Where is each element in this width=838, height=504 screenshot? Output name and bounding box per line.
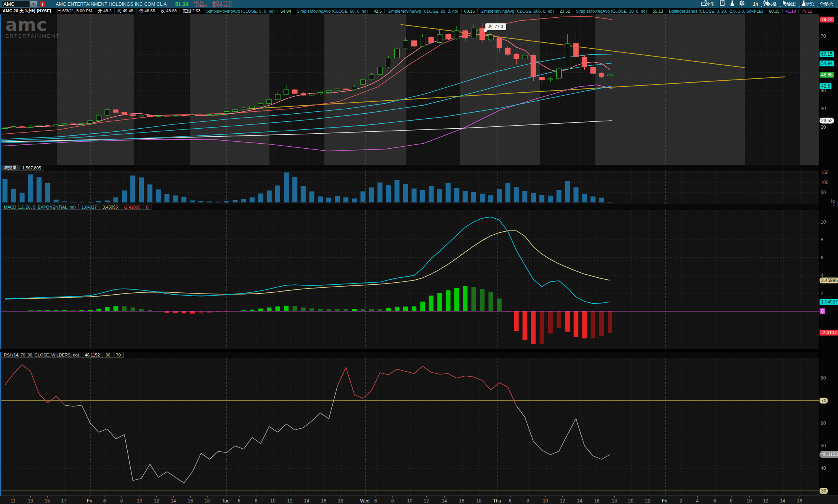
volume-bar	[539, 195, 544, 202]
volume-bar	[173, 196, 178, 202]
symbol-input[interactable]	[2, 1, 30, 7]
chart-header-row: AMC 20 天 1小时 [NYSE]日:6/3/21, 5:00 PM开:48…	[0, 8, 838, 14]
rsihead-label[interactable]: RSI (14, 70, 30, CLOSE, WILDERS, no)	[1, 352, 82, 358]
volume-bar	[343, 197, 348, 202]
macdhead-label[interactable]: MACD (12, 26, 9, EXPONENTIAL, no)	[1, 204, 79, 210]
time-label-13: 13	[28, 498, 33, 504]
volume-bar	[531, 193, 536, 202]
volume-bar	[79, 202, 84, 202]
time-label-14: 14	[171, 498, 176, 504]
price-axis-gutter[interactable]: 7040302079.1260.1554.9448.6842.523.52150…	[819, 14, 838, 496]
volume-bar	[608, 202, 613, 202]
dropdown-corner-icon	[779, 6, 781, 7]
volume-bar	[88, 202, 93, 202]
tool-风格[interactable]: 风格	[763, 0, 781, 8]
macd-histogram-bar	[591, 311, 595, 338]
volume-bar	[590, 196, 595, 202]
ohlc-field-3: 低:46.85	[136, 8, 158, 14]
study-label-2: SimpleMovingAvg (CLOSE, 20, 0, no)	[385, 9, 461, 13]
study-value-3-0: 23.52	[557, 9, 574, 13]
macd-histogram-bar	[199, 311, 203, 313]
time-tick	[510, 496, 510, 497]
tool-flask-icon[interactable]	[729, 0, 738, 8]
time-tick	[697, 496, 698, 497]
price-tick-30: 30	[821, 106, 826, 111]
volume-panel[interactable]	[0, 171, 819, 204]
time-tick	[462, 496, 462, 497]
macd-histogram-bar	[122, 306, 126, 311]
macd-histogram-bar	[293, 306, 297, 311]
symbol-dropdown-button[interactable]: ▼	[30, 1, 37, 7]
study-label-0: SimpleMovingAvg (CLOSE, 5, 0, no)	[203, 9, 278, 13]
time-axis[interactable]: 11131517Fri681012141618Tue681012141618We…	[0, 496, 838, 504]
rsi-panel[interactable]	[0, 358, 819, 496]
time-label-11: 11	[11, 498, 15, 504]
volume-value: 1,567,805	[20, 165, 44, 171]
time-label-16: 16	[797, 498, 802, 504]
tool-分享[interactable]: 分享	[700, 0, 719, 8]
macd-histogram-bar	[113, 306, 118, 311]
volume-bar	[156, 189, 161, 202]
volume-bar	[582, 194, 587, 202]
tool-形态[interactable]: 形态	[819, 0, 838, 8]
time-label-20: 20	[628, 498, 633, 504]
time-label-12: 12	[424, 498, 429, 504]
time-label-2: 2	[680, 498, 682, 504]
volume-bar	[249, 197, 254, 202]
time-label-Tue: Tue	[222, 498, 229, 504]
time-tick	[376, 496, 376, 497]
volume-bar	[181, 197, 186, 202]
macd-histogram-bar	[480, 289, 485, 311]
time-label-18: 18	[476, 498, 481, 504]
volume-bar	[403, 184, 408, 202]
volume-bar	[377, 182, 382, 202]
macdhead-value-3: 0	[143, 204, 151, 210]
time-tick	[528, 496, 528, 497]
volume-bar	[275, 186, 280, 202]
rsi-tick-40: 40	[821, 466, 826, 471]
time-tick	[715, 496, 715, 497]
tool-1h[interactable]: 1h	[748, 0, 763, 8]
study-value-4-0: 55.13	[650, 9, 667, 13]
macd-histogram-bar	[352, 309, 357, 311]
tool-绘图[interactable]: 绘图	[781, 0, 800, 8]
rsihead-value-2: 70	[113, 352, 124, 358]
time-tick	[749, 496, 750, 497]
time-tick	[290, 496, 290, 497]
rsi-tick-50: 50	[821, 443, 826, 448]
company-name: AMC ENTERTAINMENT HOLDINGS INC COM CL A	[56, 2, 167, 7]
volume-bar	[45, 183, 50, 202]
macd-panel[interactable]	[0, 210, 819, 349]
time-tick	[121, 496, 122, 497]
tool-notes-icon[interactable]	[719, 0, 729, 8]
volume-bar	[361, 191, 366, 202]
time-label-Wed: Wed	[360, 498, 369, 504]
time-tick	[341, 496, 341, 497]
time-label-14: 14	[442, 498, 447, 504]
volume-label[interactable]: 成交量	[1, 165, 20, 171]
tool-gear-icon[interactable]	[738, 0, 748, 8]
macd-histogram-bar	[267, 307, 271, 311]
macd-histogram-bar	[377, 309, 382, 311]
time-tick	[392, 496, 393, 497]
time-tick	[324, 496, 324, 497]
alert-badge[interactable]: !	[40, 1, 45, 7]
symbol-box[interactable]: ▼	[2, 0, 38, 8]
tool-研究[interactable]: 研究	[800, 0, 819, 8]
macd-histogram-bar	[522, 311, 527, 340]
volume-bar	[437, 189, 442, 202]
study-value-0-0: 54.94	[278, 9, 294, 13]
price-chart-panel[interactable]	[0, 14, 819, 165]
time-label-8: 8	[730, 498, 733, 504]
volume-bar	[241, 199, 246, 202]
rsi-badge-30: 30	[820, 488, 828, 494]
volume-bar	[96, 201, 101, 202]
volume-bar	[352, 199, 357, 202]
time-label-6: 6	[238, 498, 241, 504]
time-tick	[90, 496, 90, 497]
macd-histogram-bar	[173, 311, 178, 313]
volume-bar	[335, 196, 340, 202]
time-tick	[766, 496, 766, 497]
panel-divider	[0, 349, 818, 352]
rsi-badge-46.1153: 46.1153	[820, 451, 838, 458]
